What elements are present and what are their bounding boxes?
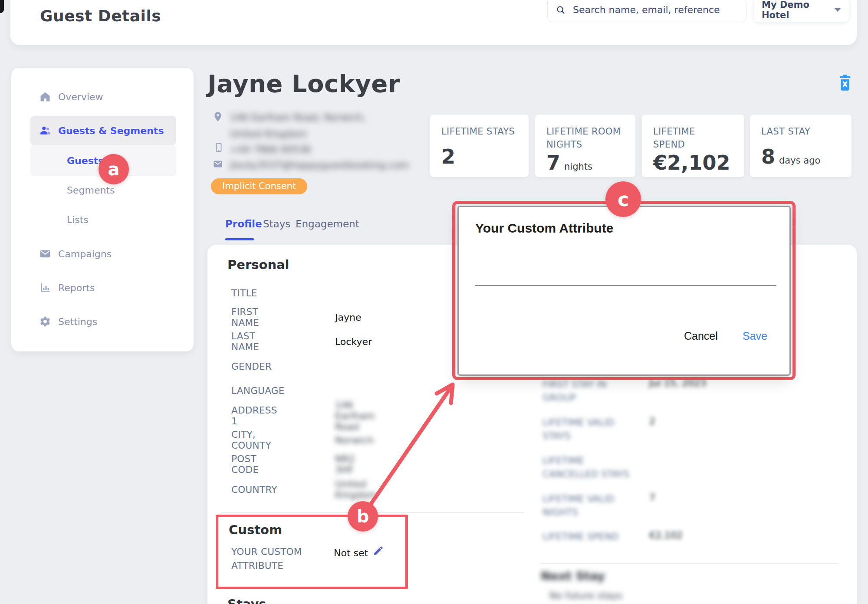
sidebar: Overview Guests & Segments Guests Segmen…	[11, 68, 194, 351]
consent-badge: Implicit Consent	[211, 178, 307, 194]
custom-section-heading: Custom	[229, 522, 282, 537]
custom-attribute-label: YOUR CUSTOM ATTRIBUTE	[231, 545, 316, 573]
home-icon	[39, 90, 52, 103]
search-input[interactable]	[572, 4, 739, 16]
pencil-icon	[373, 545, 384, 556]
search-box[interactable]	[547, 0, 746, 22]
custom-section-annotation-box: Custom YOUR CUSTOM ATTRIBUTE Not set	[216, 515, 408, 589]
sidebar-item-campaigns[interactable]: Campaigns	[30, 240, 176, 268]
cancel-button[interactable]: Cancel	[684, 330, 718, 342]
sidebar-item-label: Segments	[39, 185, 115, 196]
sidebar-item-label: Settings	[58, 316, 97, 327]
edit-custom-attribute-button[interactable]	[373, 545, 385, 557]
stat-field-label: LIFETIME SPEND	[542, 530, 636, 543]
modal-title: Your Custom Attribute	[475, 221, 613, 236]
stat-field-label: LIFETIME VALID STAYS	[542, 416, 636, 443]
hotel-selector[interactable]: My Demo Hotel	[754, 0, 849, 22]
field-value: Lockyer	[335, 336, 372, 347]
stat-value: €2,102	[653, 151, 730, 174]
tab-profile[interactable]: Profile	[225, 218, 262, 230]
field-label: FIRST NAME	[231, 306, 259, 328]
guest-phone: +44 7866 00536	[230, 144, 311, 155]
stat-field-value: €2,102	[649, 530, 683, 541]
annotation-badge-b: b	[348, 501, 378, 532]
custom-attribute-input[interactable]	[475, 267, 776, 286]
field-label: LAST NAME	[231, 331, 259, 352]
window-corner	[0, 0, 4, 13]
section-divider	[539, 563, 839, 564]
stat-field-label: FIRST STAY IN GROUP	[542, 378, 636, 404]
trash-icon	[838, 75, 852, 91]
stat-suffix: days ago	[779, 155, 820, 166]
page-title: Guest Details	[40, 7, 161, 25]
custom-attribute-modal: Your Custom Attribute Cancel Save	[457, 206, 791, 376]
stat-value: 8	[761, 145, 775, 168]
stays-section-heading-partial: Stays	[227, 597, 266, 604]
sidebar-item-label: Guests & Segments	[58, 125, 164, 136]
stat-label: LAST STAY	[761, 125, 837, 138]
delete-guest-button[interactable]	[838, 75, 852, 91]
stat-field-label: LIFETIME VALID NIGHTS	[542, 492, 636, 519]
field-value: Jayne	[335, 312, 361, 323]
field-label: TITLE	[231, 288, 257, 299]
active-tab-underline	[225, 238, 254, 240]
personal-section-heading: Personal	[227, 257, 289, 272]
field-label: LANGUAGE	[231, 385, 285, 396]
annotation-badge-a: a	[99, 154, 129, 184]
stat-field-value: 7	[649, 492, 655, 503]
hotel-selector-label: My Demo Hotel	[762, 0, 834, 20]
bar-chart-icon	[39, 281, 52, 294]
stat-label: LIFETIME SPEND	[653, 125, 729, 151]
custom-attribute-value: Not set	[334, 548, 368, 558]
field-label: GENDER	[231, 361, 272, 372]
sidebar-item-guests-segments[interactable]: Guests & Segments	[30, 116, 176, 145]
sidebar-item-label: Reports	[58, 282, 95, 293]
header-bar: Guest Details My Demo Hotel	[10, 0, 857, 45]
next-stay-heading: Next Stay	[541, 569, 605, 583]
users-icon	[39, 124, 52, 137]
gear-icon	[39, 315, 52, 328]
guest-address-line2: United Kingdom	[230, 128, 307, 139]
sidebar-item-label: Overview	[58, 92, 103, 102]
stat-card-lifetime-room-nights: LIFETIME ROOM NIGHTS 7 nights	[535, 115, 635, 177]
field-label: COUNTRY	[231, 484, 277, 495]
field-label: POST CODE	[231, 453, 259, 475]
chevron-down-icon	[834, 8, 841, 12]
sidebar-item-label: Guests	[39, 155, 104, 166]
sidebar-item-reports[interactable]: Reports	[30, 273, 176, 302]
stat-label: LIFETIME STAYS	[441, 125, 517, 138]
sidebar-item-settings[interactable]: Settings	[30, 307, 176, 336]
stat-suffix: nights	[564, 161, 592, 172]
guest-name: Jayne Lockyer	[207, 69, 400, 98]
location-pin-icon	[212, 110, 224, 123]
guest-address-line1: 146 Earlham Road, Norwich,	[230, 112, 366, 123]
save-button[interactable]: Save	[743, 330, 767, 342]
mail-icon	[39, 247, 52, 260]
next-stay-text: No future stays	[549, 590, 622, 601]
guest-email: jlocky3537@happyguestbooking.com	[230, 160, 409, 171]
sidebar-item-overview[interactable]: Overview	[30, 82, 176, 111]
tab-stays[interactable]: Stays	[263, 218, 290, 230]
stat-field-label: LIFETIME CANCELLED STAYS	[542, 454, 636, 481]
sidebar-item-label: Lists	[39, 214, 89, 225]
stat-label: LIFETIME ROOM NIGHTS	[546, 125, 622, 151]
annotation-badge-c: c	[605, 181, 641, 217]
stat-value: 2	[441, 145, 455, 168]
stat-card-lifetime-stays: LIFETIME STAYS 2	[430, 115, 529, 177]
tab-engagement[interactable]: Engagement	[296, 218, 359, 230]
stat-card-last-stay: LAST STAY 8 days ago	[750, 115, 852, 177]
field-label: CITY, COUNTY	[231, 429, 271, 451]
stat-field-value: 2	[649, 416, 655, 427]
stat-card-lifetime-spend: LIFETIME SPEND €2,102	[642, 115, 744, 177]
email-icon	[212, 159, 224, 169]
stat-value: 7	[546, 151, 560, 174]
search-icon	[556, 5, 566, 15]
field-label: ADDRESS 1	[231, 405, 277, 427]
phone-icon	[214, 141, 224, 154]
sidebar-item-label: Campaigns	[58, 249, 112, 259]
sidebar-item-lists[interactable]: Lists	[30, 205, 176, 234]
